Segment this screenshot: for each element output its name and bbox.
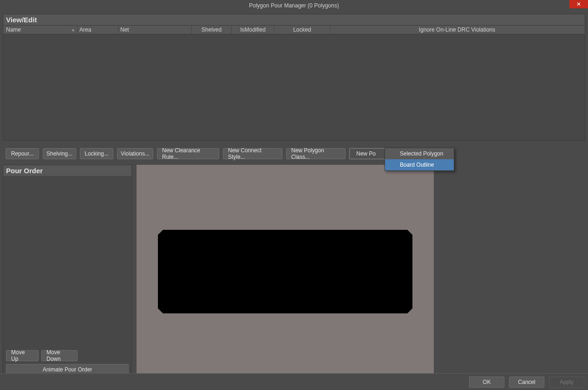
col-area-label: Area — [79, 26, 91, 33]
col-ignore-label: Ignore On-Line DRC Violations — [419, 26, 496, 33]
col-ismodified-label: IsModified — [240, 26, 266, 33]
sort-asc-icon: ▲ — [71, 27, 75, 32]
board-preview[interactable] — [137, 165, 434, 378]
grid-body[interactable] — [3, 34, 585, 140]
cancel-button[interactable]: Cancel — [509, 377, 544, 388]
col-shelved[interactable]: Shelved — [192, 26, 232, 34]
new-clearance-rule-button[interactable]: New Clearance Rule... — [157, 148, 219, 159]
col-ignore[interactable]: Ignore On-Line DRC Violations — [330, 26, 584, 34]
toolbar-buttons: Repour... Shelving... Locking... Violati… — [3, 144, 585, 161]
col-locked[interactable]: Locked — [274, 26, 330, 34]
violations-button[interactable]: Violations... — [117, 148, 153, 159]
col-area[interactable]: Area — [78, 26, 118, 34]
title-bar: Polygon Pour Manager (0 Polygons) ✕ — [0, 0, 588, 11]
col-locked-label: Locked — [293, 26, 311, 33]
move-up-button[interactable]: Move Up — [6, 350, 39, 361]
menu-item-board-outline[interactable]: Board Outline — [385, 159, 454, 170]
repour-button[interactable]: Repour... — [6, 148, 39, 159]
menu-item-selected-polygon[interactable]: Selected Polygon — [385, 148, 454, 159]
locking-button[interactable]: Locking... — [80, 148, 113, 159]
apply-button: Apply — [549, 377, 584, 388]
pour-order-list[interactable] — [3, 176, 131, 347]
pour-order-header: Pour Order — [3, 165, 131, 176]
lower-row: Pour Order Move Up Move Down Animate Pou… — [3, 165, 585, 378]
view-edit-header: View/Edit — [3, 14, 585, 25]
main-area: View/Edit Name ▲ Area Net Shelved IsModi… — [0, 11, 588, 381]
view-edit-panel: View/Edit Name ▲ Area Net Shelved IsModi… — [3, 14, 585, 141]
pour-order-panel: Pour Order Move Up Move Down Animate Pou… — [3, 165, 132, 378]
dialog-footer: OK Cancel Apply — [0, 373, 588, 390]
window-title: Polygon Pour Manager (0 Polygons) — [249, 2, 339, 9]
new-polygon-context-menu: Selected Polygon Board Outline — [385, 148, 454, 171]
new-connect-style-button[interactable]: New Connect Style... — [223, 148, 282, 159]
col-net-label: Net — [120, 26, 129, 33]
col-ismodified[interactable]: IsModified — [232, 26, 274, 34]
ok-button[interactable]: OK — [469, 377, 504, 388]
grid-columns-header: Name ▲ Area Net Shelved IsModified Locke… — [3, 25, 585, 34]
shelving-button[interactable]: Shelving... — [43, 148, 76, 159]
board-outline-shape — [158, 230, 412, 313]
col-shelved-label: Shelved — [202, 26, 222, 33]
new-polygon-class-button[interactable]: New Polygon Class... — [286, 148, 346, 159]
col-net[interactable]: Net — [118, 26, 192, 34]
col-name-label: Name — [6, 26, 21, 33]
close-icon: ✕ — [576, 1, 581, 7]
col-name[interactable]: Name ▲ — [4, 26, 78, 34]
move-down-button[interactable]: Move Down — [41, 350, 78, 361]
close-button[interactable]: ✕ — [569, 0, 588, 8]
